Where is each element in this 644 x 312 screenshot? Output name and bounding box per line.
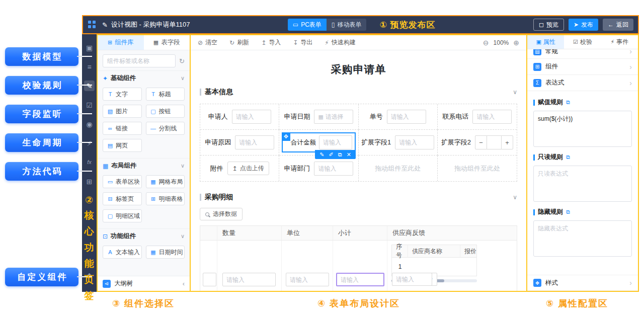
field-cell-attachment[interactable]: 附件 ↥ 点击上传 bbox=[200, 155, 279, 181]
component-item-grid-layout[interactable]: ▦ 网格布局 bbox=[146, 175, 185, 188]
zoom-in-icon[interactable]: ⊕ bbox=[513, 39, 519, 47]
applicant-input[interactable] bbox=[236, 113, 267, 120]
section-row-style[interactable]: ❖ 样式 › bbox=[527, 275, 638, 291]
unit-input[interactable] bbox=[290, 276, 325, 283]
field-cell-reason[interactable]: 申请原因 bbox=[200, 130, 279, 155]
component-item-divider[interactable]: — 分割线 bbox=[146, 122, 185, 135]
component-item-text-input[interactable]: A 文本输入 bbox=[103, 246, 142, 259]
group-header-function-components[interactable]: ⊡ 功能组件 ∨ bbox=[98, 228, 190, 244]
export-button[interactable]: ↧ 导出 bbox=[293, 38, 312, 47]
section-row-component[interactable]: ⊞ 组件 › bbox=[527, 59, 638, 75]
group-header-layout-components[interactable]: ▦ 布局组件 ∨ bbox=[98, 158, 190, 173]
copy-icon[interactable]: ⧉ bbox=[338, 151, 342, 158]
phone-input[interactable] bbox=[476, 113, 508, 120]
hidden-rule-editor[interactable] bbox=[533, 220, 632, 257]
preview-button[interactable]: ◻ 预览 bbox=[533, 19, 564, 31]
select-data-button[interactable]: 选择数据 bbox=[200, 208, 243, 220]
component-item-image[interactable]: ▧ 图片 bbox=[103, 105, 142, 118]
validation-rules-icon[interactable]: ☑ bbox=[84, 100, 95, 110]
subtotal-input[interactable] bbox=[341, 276, 380, 283]
component-item-datetime[interactable]: ▦ 日期时间 bbox=[146, 246, 185, 259]
method-code-fx-icon[interactable]: fx bbox=[84, 157, 95, 168]
brush-icon[interactable]: ✐ bbox=[329, 151, 334, 158]
outline-tree-bar[interactable]: ⊲ 大纲树 ‹ bbox=[98, 276, 190, 291]
tab-attributes[interactable]: ▣ 属性 bbox=[527, 35, 564, 49]
section-row-general-clipped[interactable]: ▤ 常规 › bbox=[527, 49, 638, 59]
external-link-icon[interactable]: ⧉ bbox=[566, 154, 570, 161]
quantity-input[interactable] bbox=[226, 276, 272, 283]
zoom-out-icon[interactable]: ⊖ bbox=[483, 39, 489, 47]
app-grid-icon[interactable] bbox=[88, 21, 96, 29]
department-input[interactable] bbox=[318, 165, 349, 172]
section-header-basic-info[interactable]: 基本信息 ∨ bbox=[200, 88, 517, 97]
design-view-tab-icon[interactable]: ✎ bbox=[84, 81, 95, 91]
section-header-purchase-detail[interactable]: 采购明细 ∨ bbox=[200, 193, 517, 202]
clipped-input[interactable] bbox=[205, 276, 214, 283]
apply-date-input[interactable] bbox=[326, 113, 350, 120]
order-no-input[interactable] bbox=[391, 113, 422, 120]
tab-events[interactable]: ⚡ 事件 bbox=[601, 35, 638, 49]
field-cell-phone[interactable]: 联系电话 bbox=[438, 104, 517, 130]
section-row-expression[interactable]: Σ 表达式 › bbox=[527, 75, 638, 91]
readonly-rule-editor[interactable] bbox=[533, 166, 632, 202]
field-cell-apply-date[interactable]: 申请日期 ▦ bbox=[279, 104, 358, 130]
field-cell-ext1[interactable]: 扩展字段1 bbox=[359, 130, 438, 155]
reason-input[interactable] bbox=[239, 139, 270, 146]
refresh-button[interactable]: ↻ 刷新 bbox=[229, 38, 249, 47]
stepper-plus-button[interactable]: + bbox=[501, 135, 513, 149]
selected-field-total-amount[interactable]: ✥ 合计金额 ✎ ✐ ⧉ ✕ bbox=[282, 132, 356, 152]
component-item-detail-area[interactable]: ▢ 明细区域 bbox=[103, 209, 142, 222]
import-button[interactable]: ↥ 导入 bbox=[261, 38, 281, 47]
edit-icon[interactable]: ✎ bbox=[319, 151, 324, 158]
component-item-webpage[interactable]: ▤ 网页 bbox=[103, 139, 142, 152]
database-icon[interactable]: ≡ bbox=[84, 61, 95, 72]
component-box-icon[interactable]: ⊞ bbox=[84, 176, 95, 187]
clear-button[interactable]: ⊘ 清空 bbox=[198, 38, 217, 47]
tab-table-fields[interactable]: ▦ 表字段 bbox=[144, 35, 190, 50]
component-item-link[interactable]: ∞ 链接 bbox=[103, 122, 142, 135]
component-item-tabs[interactable]: ⊟ 标签页 bbox=[103, 192, 142, 205]
drop-zone-cell[interactable]: 拖动组件至此处 bbox=[359, 155, 438, 181]
refresh-icon[interactable]: ↻ bbox=[179, 57, 185, 65]
external-link-icon[interactable]: ⧉ bbox=[566, 99, 570, 106]
detail-cell-unit[interactable] bbox=[282, 241, 333, 291]
component-item-form-block[interactable]: ▭ 表单区块 bbox=[103, 175, 142, 188]
move-handle-icon[interactable]: ✥ bbox=[282, 132, 290, 141]
field-watch-eye-icon[interactable]: ◉ bbox=[84, 119, 95, 129]
chevron-down-icon[interactable]: ∨ bbox=[513, 89, 517, 96]
pc-form-button[interactable]: ▭ PC表单 bbox=[288, 19, 327, 31]
quick-build-button[interactable]: ⚡ 快速构建 bbox=[325, 38, 355, 47]
external-link-icon[interactable]: ⧉ bbox=[566, 209, 570, 215]
delete-icon[interactable]: ✕ bbox=[347, 151, 351, 158]
stepper-value-field[interactable] bbox=[487, 135, 501, 149]
component-search-input[interactable] bbox=[107, 57, 171, 64]
tab-component-library[interactable]: ⊞ 组件库 bbox=[98, 35, 144, 50]
field-cell-department[interactable]: 申请部门 bbox=[279, 155, 358, 181]
component-item-button[interactable]: ▢ 按钮 bbox=[146, 105, 185, 118]
group-header-basic-components[interactable]: ✦ 基础组件 ∨ bbox=[98, 70, 190, 86]
assign-rule-editor[interactable]: sum($(小计)) bbox=[533, 111, 632, 147]
publish-button[interactable]: ➤ 发布 bbox=[569, 19, 598, 31]
lifecycle-lightning-icon[interactable]: ⚡ bbox=[84, 138, 95, 148]
component-item-title[interactable]: T 标题 bbox=[146, 88, 185, 101]
mobile-form-button[interactable]: ▯ 移动表单 bbox=[327, 19, 367, 31]
field-cell-applicant[interactable]: 申请人 bbox=[200, 104, 279, 130]
detail-cell-subtotal[interactable] bbox=[333, 241, 387, 291]
ext1-input[interactable] bbox=[399, 139, 430, 146]
quote-input[interactable] bbox=[396, 276, 428, 283]
field-cell-order-no[interactable]: 单号 bbox=[359, 104, 438, 130]
collapse-panel-icon[interactable]: ‹ bbox=[183, 280, 185, 287]
total-amount-input[interactable] bbox=[323, 139, 348, 146]
upload-button[interactable]: ↥ 点击上传 bbox=[227, 162, 269, 175]
chevron-down-icon[interactable]: ∨ bbox=[513, 194, 517, 201]
component-item-detail-table[interactable]: ⊞ 明细表格 bbox=[146, 192, 185, 205]
component-item-text[interactable]: T 文字 bbox=[103, 88, 142, 101]
drop-zone-cell[interactable]: 拖动组件至此处 bbox=[438, 155, 517, 181]
detail-cell-quantity[interactable] bbox=[217, 241, 282, 291]
field-cell-ext2[interactable]: 扩展字段2 − + bbox=[438, 130, 517, 155]
data-model-icon[interactable]: ▣ bbox=[84, 42, 95, 53]
field-cell-total-amount[interactable]: ✥ 合计金额 ✎ ✐ ⧉ ✕ bbox=[279, 130, 358, 155]
back-button[interactable]: ← 返回 bbox=[603, 19, 633, 31]
tab-validation[interactable]: ☑ 校验 bbox=[564, 35, 601, 49]
stepper-minus-button[interactable]: − bbox=[475, 135, 487, 149]
